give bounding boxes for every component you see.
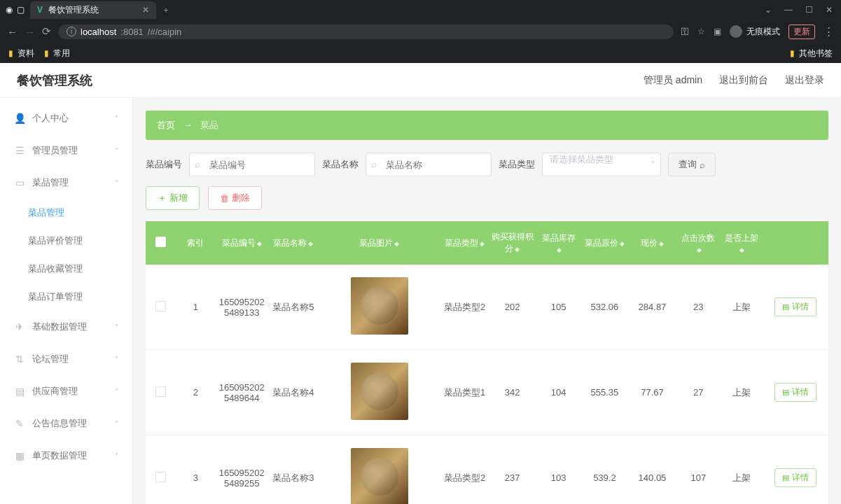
th-onsale[interactable]: 是否上架◆ (721, 221, 762, 265)
checkbox-all[interactable] (155, 237, 166, 247)
sidebar-item-singlepage[interactable]: ▦单页数据管理˅ (0, 440, 132, 472)
query-button[interactable]: 查询⌕ (668, 153, 716, 176)
logout-link[interactable]: 退出登录 (785, 74, 824, 87)
query-label: 查询 (679, 158, 697, 171)
chevron-down-icon[interactable]: ⌄ (765, 5, 772, 15)
other-bookmarks[interactable]: ▮其他书签 (790, 48, 833, 59)
cell-orig: 555.35 (581, 350, 628, 435)
window-close-icon[interactable]: ✕ (826, 5, 833, 15)
cell-name: 菜品名称4 (269, 350, 318, 435)
submenu-label: 菜品评价管理 (28, 234, 83, 247)
admin-label[interactable]: 管理员 admin (644, 74, 702, 87)
row-checkbox[interactable] (155, 386, 166, 397)
sidebar-item-label: 单页数据管理 (32, 449, 87, 462)
doc-icon: ▤ (782, 473, 789, 482)
sidebar-item-admin[interactable]: ☰管理员管理˅ (0, 134, 132, 167)
detail-button[interactable]: ▤详情 (774, 383, 816, 402)
submenu-dish-order[interactable]: 菜品订单管理 (28, 283, 132, 311)
th-orig[interactable]: 菜品原价◆ (581, 221, 628, 265)
sidebar-item-label: 管理员管理 (32, 144, 78, 157)
sort-icon: ◆ (515, 246, 520, 253)
back-button[interactable]: ← (7, 26, 18, 38)
update-button[interactable]: 更新 (788, 24, 815, 39)
chevron-down-icon: ˅ (651, 160, 655, 168)
sidebar-item-supplier[interactable]: ▤供应商管理˅ (0, 375, 132, 407)
add-label: 新增 (169, 192, 188, 204)
row-checkbox[interactable] (155, 472, 166, 482)
forward-button[interactable]: → (25, 26, 35, 38)
sort-icon: ⇅ (14, 354, 25, 365)
panel-icon[interactable]: ▣ (714, 27, 721, 36)
incognito-label: 无痕模式 (746, 26, 780, 38)
reload-button[interactable]: ⟳ (42, 25, 51, 38)
app-topbar: 餐饮管理系统 管理员 admin 退出到前台 退出登录 (0, 63, 841, 98)
folder-icon: ▮ (44, 48, 49, 58)
close-tab-icon[interactable]: ✕ (142, 5, 149, 15)
filter-type-label: 菜品类型 (499, 158, 535, 171)
sort-icon: ◆ (739, 246, 744, 253)
sort-icon: ◆ (659, 240, 664, 247)
submenu-dish-review[interactable]: 菜品评价管理 (28, 227, 132, 255)
bookmark-item[interactable]: ▮常用 (44, 48, 70, 59)
site-info-icon[interactable]: i (67, 27, 76, 36)
cell-index: 3 (176, 435, 215, 505)
delete-button[interactable]: 🗑删除 (208, 186, 262, 210)
sidebar-item-label: 基础数据管理 (32, 321, 87, 333)
dish-image[interactable] (351, 448, 408, 504)
cell-img (318, 435, 441, 505)
submenu-label: 菜品订单管理 (28, 290, 83, 303)
breadcrumb-home[interactable]: 首页 (157, 120, 175, 130)
data-table: 索引 菜品编号◆ 菜品名称◆ 菜品图片◆ 菜品类型◆ 购买获得积分◆ 菜品库存◆… (146, 221, 828, 504)
row-checkbox[interactable] (155, 301, 166, 312)
chat-icon: ▭ (14, 177, 25, 188)
add-button[interactable]: ＋新增 (146, 186, 200, 210)
search-icon: ⌕ (371, 159, 377, 169)
th-index[interactable]: 索引 (176, 221, 215, 265)
sidebar-item-label: 论坛管理 (32, 353, 69, 365)
cell-now: 77.67 (628, 350, 676, 435)
cell-code: 1650952025489644 (215, 350, 269, 435)
dish-image[interactable] (351, 277, 408, 335)
filter-bar: 菜品编号 ⌕ 菜品名称 ⌕ 菜品类型 请选择菜品类型˅ 查询⌕ (146, 153, 828, 176)
browser-tab[interactable]: V 餐饮管理系统 ✕ (30, 1, 156, 19)
th-img[interactable]: 菜品图片◆ (318, 221, 441, 265)
filter-name-input[interactable] (366, 153, 492, 176)
menu-icon[interactable]: ⋮ (823, 25, 834, 38)
maximize-icon[interactable]: ☐ (805, 5, 813, 15)
th-name[interactable]: 菜品名称◆ (269, 221, 318, 265)
search-icon: ⌕ (700, 160, 705, 170)
detail-button[interactable]: ▤详情 (774, 468, 816, 487)
doc-icon: ▤ (782, 302, 789, 312)
star-icon[interactable]: ☆ (697, 27, 705, 36)
url-path: /#/caipin (148, 27, 181, 37)
address-bar[interactable]: i localhost:8081/#/caipin (58, 24, 674, 39)
key-icon[interactable]: ⚿ (681, 27, 689, 36)
sidebar-item-notice[interactable]: ✎公告信息管理˅ (0, 407, 132, 440)
submenu-dish-manage[interactable]: 菜品管理 (28, 199, 132, 227)
new-tab-button[interactable]: ＋ (156, 4, 176, 16)
th-now[interactable]: 现价◆ (628, 221, 676, 265)
cell-index: 1 (176, 265, 215, 350)
th-type[interactable]: 菜品类型◆ (441, 221, 489, 265)
filter-type-select[interactable]: 请选择菜品类型˅ (542, 153, 661, 176)
th-points[interactable]: 购买获得积分◆ (489, 221, 536, 265)
sidebar-item-basedata[interactable]: ✈基础数据管理˅ (0, 311, 132, 343)
minimize-icon[interactable]: — (784, 5, 793, 15)
app-title: 餐饮管理系统 (17, 72, 92, 89)
bookmark-item[interactable]: ▮资料 (8, 48, 34, 59)
th-hits[interactable]: 点击次数◆ (676, 221, 721, 265)
exit-front-link[interactable]: 退出到前台 (719, 74, 768, 87)
detail-button[interactable]: ▤详情 (774, 298, 816, 316)
dish-image[interactable] (351, 363, 408, 420)
sidebar-item-dishes[interactable]: ▭菜品管理˄ (0, 167, 132, 199)
sidebar-item-label: 个人中心 (32, 112, 69, 125)
select-placeholder: 请选择菜品类型 (550, 154, 613, 164)
sidebar-item-forum[interactable]: ⇅论坛管理˅ (0, 343, 132, 375)
table-row: 11650952025489133菜品名称5菜品类型2202105532.062… (146, 265, 828, 350)
sort-icon: ◆ (620, 240, 625, 247)
submenu-dish-favorite[interactable]: 菜品收藏管理 (28, 255, 132, 283)
th-stock[interactable]: 菜品库存◆ (536, 221, 581, 265)
filter-code-input[interactable] (189, 153, 315, 176)
th-code[interactable]: 菜品编号◆ (215, 221, 269, 265)
sidebar-item-personal[interactable]: 👤个人中心˅ (0, 102, 132, 134)
